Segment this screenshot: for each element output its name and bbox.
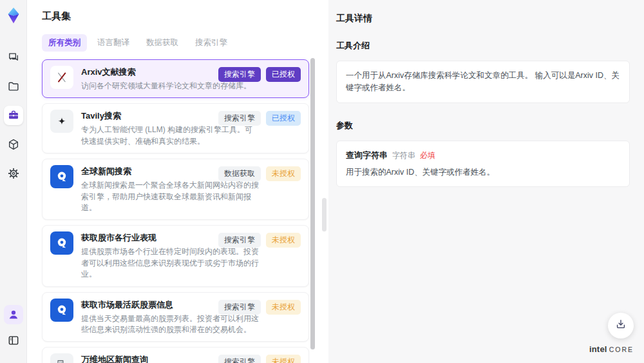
auth-badge: 未授权 [266,233,301,248]
tool-description: 专为人工智能代理 (LLM) 构建的搜索引擎工具。可快速提供实时、准确和真实的结… [81,124,259,147]
sidebar-item-chat[interactable] [4,48,23,67]
param-name: 查询字符串 [346,150,388,161]
auth-badge: 已授权 [266,67,301,82]
auth-badge: 未授权 [266,300,301,315]
tool-card[interactable]: 获取市场最活跃股票信息提供当天交易量最高的股票列表。投资者可以利用这些信息来识别… [42,292,309,342]
auth-badge: 未授权 [266,166,301,181]
tool-badges: 搜索引擎已授权 [218,67,301,82]
detail-title: 工具详情 [336,13,630,25]
qsearch-icon [50,299,73,322]
tool-badges: 搜索引擎未授权 [218,300,301,315]
param-description: 用于搜索的Arxiv ID、关键字或作者姓名。 [346,167,620,178]
download-button[interactable] [608,313,634,338]
tool-description: 提供股票市场各个行业在特定时间段内的表现。投资者可以利用这些信息来识别表现优于或… [81,246,259,280]
sidebar-item-settings[interactable] [4,164,23,183]
qsearch-icon [50,231,73,255]
intro-heading: 工具介绍 [336,40,630,52]
gear-icon [7,167,20,180]
tool-card[interactable]: 全球新闻搜索全球新闻搜索是一个聚合全球各大新闻网站内容的搜索引擎，帮助用户快速获… [42,159,309,220]
tool-description: 全球新闻搜索是一个聚合全球各大新闻网站内容的搜索引擎，帮助用户快速获取全球最新资… [81,180,259,213]
param-row: 查询字符串字符串必填用于搜索的Arxiv ID、关键字或作者姓名。 [346,150,620,178]
building-icon [50,353,73,363]
intro-card: 一个用于从Arxiv存储库搜索科学论文和文章的工具。 输入可以是Arxiv ID… [336,61,630,103]
category-badge: 搜索引擎 [218,111,261,126]
tool-card[interactable]: Arxiv文献搜索访问各个研究领域大量科学论文和文章的存储库。搜索引擎已授权 [42,59,309,98]
folder-icon [7,80,20,93]
tool-badges: 搜索引擎未授权 [218,355,301,363]
category-badge: 搜索引擎 [218,67,261,82]
tool-badges: 搜索引擎未授权 [218,233,301,248]
sidebar-item-toolbox[interactable] [4,106,23,125]
sidebar [0,0,27,363]
chat-icon [7,51,20,64]
category-badge: 搜索引擎 [218,300,261,315]
sidebar-nav [4,48,23,183]
panel-toggle-icon [7,334,20,347]
sidebar-item-folder[interactable] [4,77,23,96]
tool-badges: 搜索引擎已授权 [218,111,301,126]
intel-core-logo: intel CORE [589,344,634,354]
auth-badge: 未授权 [266,355,301,363]
qsearch-icon [50,165,73,188]
tool-badges: 数据获取未授权 [218,166,301,181]
detail-panel: 工具详情 工具介绍 一个用于从Arxiv存储库搜索科学论文和文章的工具。 输入可… [328,0,644,363]
tool-description: 访问各个研究领域大量科学论文和文章的存储库。 [81,81,259,92]
tool-card[interactable]: Tavily搜索专为人工智能代理 (LLM) 构建的搜索引擎工具。可快速提供实时… [42,103,309,153]
user-icon [7,308,20,321]
tool-description: 提供当天交易量最高的股票列表。投资者可以利用这些信息来识别流动性强的股票和潜在的… [81,313,259,336]
param-required-flag: 必填 [420,150,435,161]
app-window: 工具集 所有类别语言翻译数据获取搜索引擎 Arxiv文献搜索访问各个研究领域大量… [0,0,644,363]
category-tabs: 所有类别语言翻译数据获取搜索引擎 [42,34,320,52]
cube-icon [7,138,20,151]
param-card: 查询字符串字符串必填用于搜索的Arxiv ID、关键字或作者姓名。 [336,141,630,187]
brand-core-text: CORE [609,346,634,353]
intro-text: 一个用于从Arxiv存储库搜索科学论文和文章的工具。 输入可以是Arxiv ID… [346,71,620,92]
brand-intel-text: intel [589,344,607,354]
tool-list: Arxiv文献搜索访问各个研究领域大量科学论文和文章的存储库。搜索引擎已授权Ta… [42,59,309,363]
sidebar-item-collapse[interactable] [4,331,23,350]
sidebar-item-cube[interactable] [4,135,23,154]
list-scrollbar[interactable] [310,58,315,349]
category-badge: 搜索引擎 [218,355,261,363]
category-badge: 搜索引擎 [218,233,261,248]
tools-panel: 工具集 所有类别语言翻译数据获取搜索引擎 Arxiv文献搜索访问各个研究领域大量… [27,0,320,363]
tab-1[interactable]: 语言翻译 [91,34,136,52]
toolbox-icon [7,109,20,122]
download-icon [614,318,627,333]
app-logo-icon [4,6,23,25]
tab-0[interactable]: 所有类别 [42,34,87,52]
tavily-icon [50,110,73,133]
sidebar-item-profile[interactable] [4,305,23,324]
arxiv-icon [50,66,73,89]
param-type: 字符串 [392,150,415,161]
tab-3[interactable]: 搜索引擎 [189,34,234,52]
tab-2[interactable]: 数据获取 [140,34,185,52]
sidebar-bottom [4,305,23,363]
page-scrollbar[interactable] [322,198,327,231]
tool-card[interactable]: 获取股市各行业表现提供股票市场各个行业在特定时间段内的表现。投资者可以利用这些信… [42,225,309,286]
params-heading: 参数 [336,120,630,132]
page-title: 工具集 [42,10,320,23]
category-badge: 数据获取 [218,166,261,181]
auth-badge: 已授权 [266,111,301,126]
tool-card[interactable]: 万维地区新闻查询查询具体行政区划内的新闻，快速了解各地新闻动搜索引擎未授权 [42,347,309,363]
